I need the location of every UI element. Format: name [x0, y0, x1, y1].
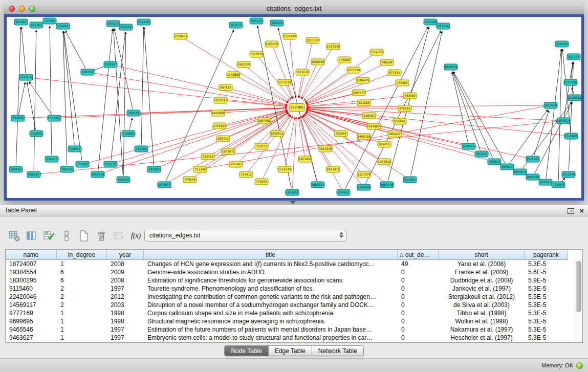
graph-edge[interactable] — [298, 117, 304, 155]
splitter-handle[interactable] — [290, 201, 296, 204]
graph-node[interactable]: 748503 — [396, 80, 409, 86]
graph-edge[interactable] — [115, 65, 288, 105]
graph-node[interactable]: 752009 — [11, 115, 25, 121]
graph-edge[interactable] — [50, 26, 52, 155]
graph-node[interactable]: 725412 — [239, 171, 253, 178]
graph-node[interactable]: 1948794 — [444, 64, 458, 70]
graph-node[interactable]: 1359051 — [76, 161, 89, 167]
graph-node[interactable]: 433103 — [30, 22, 43, 28]
graph-node[interactable]: 924502 — [337, 189, 350, 195]
table-row[interactable]: 1872400712008Changes of HCN gene express… — [6, 260, 582, 268]
graph-node[interactable]: 1696950 — [311, 59, 324, 65]
graph-node[interactable]: 1475152 — [213, 123, 226, 129]
graph-node[interactable]: 1526001 — [526, 156, 539, 162]
graph-edge[interactable] — [290, 40, 296, 98]
graph-node[interactable]: 229801 — [68, 146, 81, 152]
graph-node[interactable]: 150084 — [119, 24, 133, 30]
table-scrollbar[interactable] — [575, 260, 582, 342]
graph-node[interactable]: 723413 — [201, 154, 214, 160]
graph-edge[interactable] — [22, 108, 287, 118]
graph-node[interactable]: 679197 — [462, 143, 475, 149]
graph-node[interactable]: 779546 — [183, 177, 197, 183]
graph-edge[interactable] — [34, 30, 36, 170]
graph-edge[interactable] — [184, 38, 289, 102]
graph-edge[interactable] — [561, 178, 565, 182]
graph-node[interactable]: 1125480 — [283, 33, 296, 39]
graph-edge[interactable] — [166, 30, 234, 181]
graph-edge[interactable] — [301, 116, 341, 189]
graph-node[interactable]: 1064747 — [352, 90, 365, 96]
graph-node[interactable]: 783093 — [403, 93, 417, 99]
graph-node[interactable]: 1078034 — [158, 182, 171, 188]
graph-node[interactable]: 124503 — [56, 23, 70, 29]
graph-node[interactable]: 260650 — [30, 130, 43, 137]
graph-edge[interactable] — [298, 76, 302, 98]
graph-edge[interactable] — [230, 89, 288, 105]
graph-node[interactable]: 715205 — [135, 146, 148, 152]
graph-node[interactable]: 907818 — [219, 84, 232, 91]
graph-edge[interactable] — [19, 82, 25, 114]
graph-node[interactable]: 905134 — [117, 177, 130, 183]
graph-edge[interactable] — [141, 27, 144, 145]
table-row[interactable]: 946362711997Embryonic stem cells: a mode… — [6, 334, 582, 342]
graph-node[interactable]: 1660910 — [250, 51, 263, 57]
graph-node[interactable]: 1558403 — [174, 33, 187, 39]
graph-edge[interactable] — [306, 82, 359, 104]
graph-node[interactable]: 1526067 — [48, 115, 61, 121]
table-row[interactable]: 969969511998Structural magnetic resonanc… — [6, 317, 582, 325]
column-header-out-degree[interactable]: △ out_de… — [398, 250, 439, 260]
graph-node[interactable]: 1094514 — [513, 169, 527, 175]
column-header-year[interactable]: year — [107, 250, 144, 260]
graph-node[interactable]: 208215 — [106, 20, 120, 27]
graph-node[interactable]: 321608 — [357, 100, 371, 106]
graph-node[interactable]: 1341139 — [19, 74, 33, 80]
graph-node[interactable]: 291503 — [147, 166, 161, 172]
graph-edge[interactable] — [306, 74, 391, 104]
graph-edge[interactable] — [225, 101, 287, 106]
graph-edge[interactable] — [16, 27, 20, 165]
graph-edge[interactable] — [114, 29, 123, 176]
graph-node[interactable]: 1907491 — [257, 118, 271, 124]
function-builder-button[interactable]: f(x) — [129, 229, 143, 243]
graph-node[interactable]: 1830021 — [270, 130, 284, 137]
graph-node[interactable]: 166459 — [270, 20, 284, 26]
graph-node[interactable]: 809655 — [378, 141, 391, 147]
graph-node[interactable]: 898013 — [500, 164, 514, 170]
tab-edge-table[interactable]: Edge Table — [269, 346, 312, 356]
graph-edge[interactable] — [287, 86, 293, 99]
graph-node[interactable]: 918013 — [488, 159, 501, 165]
graph-node[interactable]: 172406 — [289, 104, 304, 112]
graph-edge[interactable] — [307, 105, 547, 107]
graph-node[interactable]: 1210345 — [562, 171, 575, 178]
graph-node[interactable]: 1274305 — [370, 49, 383, 55]
graph-edge[interactable] — [29, 81, 52, 115]
table-row[interactable]: 946554611997Estimation of the future num… — [6, 325, 582, 334]
table-row[interactable]: 1830029562008Estimation of significance … — [6, 276, 582, 285]
graph-node[interactable]: 109095 — [9, 166, 23, 172]
graph-edge[interactable] — [307, 96, 406, 106]
graph-node[interactable]: 257403 — [14, 19, 28, 25]
graph-node[interactable]: 1277510 — [347, 67, 360, 73]
graph-node[interactable]: 924503 — [539, 179, 552, 185]
column-header-short[interactable]: short — [439, 250, 525, 260]
graph-node[interactable]: 102455 — [552, 182, 565, 188]
graph-node[interactable]: 775304 — [255, 179, 268, 185]
graph-node[interactable]: 1059139 — [91, 171, 104, 178]
graph-node[interactable]: 1273118 — [278, 79, 291, 85]
graph-node[interactable]: 1127078 — [357, 171, 371, 178]
table-options-button[interactable] — [7, 229, 21, 243]
graph-edge[interactable] — [452, 72, 480, 150]
graph-node[interactable]: 752343 — [229, 161, 243, 167]
graph-node[interactable]: 1120695 — [564, 133, 578, 139]
graph-node[interactable]: 1495758 — [357, 134, 371, 140]
graph-edge[interactable] — [144, 27, 154, 165]
graph-edge[interactable] — [63, 31, 74, 145]
column-header-name[interactable]: name — [6, 250, 57, 260]
graph-node[interactable]: 752340 — [193, 166, 207, 172]
graph-edge[interactable] — [286, 117, 295, 166]
graph-edge[interactable] — [193, 113, 289, 178]
graph-node[interactable]: 126067 — [45, 156, 58, 162]
graph-node[interactable]: 719171 — [255, 143, 268, 149]
graph-edge[interactable] — [534, 110, 549, 155]
graph-node[interactable]: 915938 — [555, 41, 569, 47]
